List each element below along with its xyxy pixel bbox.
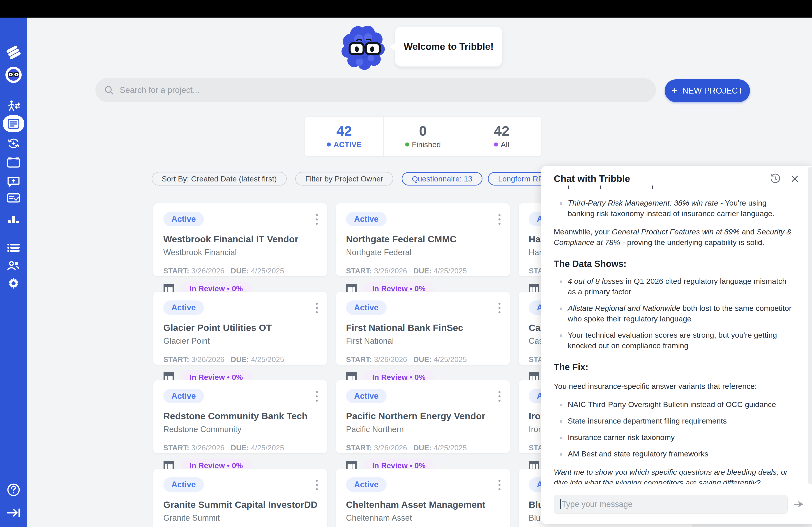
chat-bullet-item: Insurance carrier risk taxonomy	[554, 432, 792, 443]
stat-all-label: All	[501, 140, 509, 149]
stat-active-value: 42	[336, 124, 352, 138]
project-stats-card: 42 ACTIVE 0 Finished 42 All	[305, 116, 541, 156]
sidebar-item-ai-chat[interactable]	[0, 173, 27, 190]
stat-all-value: 42	[494, 124, 509, 138]
new-project-button[interactable]: + NEW PROJECT	[665, 79, 750, 102]
plus-icon: +	[672, 85, 678, 95]
project-card[interactable]: Active Pacific Northern Energy Vendor Pa…	[336, 380, 510, 453]
chat-message-input[interactable]: Type your message	[554, 495, 788, 514]
tribble-logo-icon[interactable]	[0, 44, 27, 61]
chat-bullet-list: Third-Party Risk Management: 38% win rat…	[554, 198, 792, 219]
project-subtitle: Cheltenham Asset	[346, 513, 500, 523]
sidebar-item-settings[interactable]	[0, 275, 27, 292]
sidebar-item-analytics[interactable]	[0, 211, 27, 228]
history-icon[interactable]	[770, 174, 780, 184]
chat-bullet-item: State insurance department filing requir…	[554, 416, 792, 426]
chat-bullet-item: Allstate Regional and Nationwide both lo…	[554, 303, 792, 324]
new-project-label: NEW PROJECT	[682, 86, 743, 95]
project-subtitle: Westbrook Financial	[163, 248, 317, 257]
tribble-mascot	[338, 24, 388, 72]
filter-owner-chip[interactable]: Filter by Project Owner	[295, 172, 393, 185]
project-dates: START: 3/26/2026DUE: 4/25/2025	[163, 355, 317, 364]
project-dates: START: 3/26/2026DUE: 4/25/2025	[346, 355, 500, 364]
sidebar-item-agent-handoff[interactable]	[0, 97, 27, 115]
project-title: Redstone Community Bank Tech	[163, 411, 317, 422]
sort-by-chip[interactable]: Sort By: Created Date (latest first)	[152, 172, 287, 185]
project-card[interactable]: Active Westbrook Financial IT Vendor Wes…	[154, 203, 327, 276]
sidebar-item-team[interactable]	[0, 257, 27, 274]
chat-paragraph: You need insurance-specific answer varia…	[554, 381, 792, 392]
kebab-menu-icon[interactable]	[316, 214, 318, 225]
sidebar-item-review-checklist[interactable]	[0, 189, 27, 207]
welcome-bubble: Welcome to Tribble!	[395, 27, 502, 66]
chat-panel: Chat with Tribble Third-Party Risk Manag…	[541, 166, 812, 524]
all-dot	[494, 142, 498, 147]
sidebar-item-sync[interactable]	[0, 135, 27, 152]
status-badge: Active	[163, 212, 204, 226]
project-subtitle: Redstone Community	[163, 425, 317, 434]
project-subtitle: Glacier Point	[163, 336, 317, 346]
kebab-menu-icon[interactable]	[498, 391, 501, 402]
kebab-menu-icon[interactable]	[316, 303, 318, 313]
project-card[interactable]: Active Cheltenham Asset Management Chelt…	[336, 469, 510, 527]
project-title: Glacier Point Utilities OT	[163, 322, 317, 333]
chat-title: Chat with Tribble	[554, 174, 770, 184]
chat-bullet-item: AM Best and state regulatory frameworks	[554, 449, 792, 459]
projects-icon	[8, 119, 19, 129]
project-card[interactable]: Active Glacier Point Utilities OT Glacie…	[154, 292, 327, 365]
chat-bullet-item: 4 out of 8 losses in Q1 2026 cited regul…	[554, 276, 792, 297]
send-icon	[794, 499, 804, 509]
status-badge: Active	[346, 389, 387, 403]
questionnaire-chip[interactable]: Questionnaire: 13	[402, 172, 482, 185]
search-icon	[104, 85, 114, 95]
status-badge: Active	[163, 300, 204, 315]
chat-section-heading: The Data Shows:	[554, 258, 792, 270]
clipped-text-fragment	[600, 185, 601, 189]
project-card[interactable]: Active Northgate Federal CMMC Northgate …	[336, 203, 510, 276]
chat-header: Chat with Tribble	[541, 166, 812, 184]
project-search[interactable]: Search for a project...	[96, 78, 656, 102]
status-badge: Active	[163, 478, 204, 492]
chat-bullet-item: NAIC Third-Party Oversight Bulletin inst…	[554, 399, 792, 410]
clipped-text-fragment	[652, 185, 653, 189]
close-icon[interactable]	[791, 174, 799, 183]
stat-active[interactable]: 42 ACTIVE	[305, 117, 383, 156]
project-card[interactable]: Active Granite Summit Capital InvestorDD…	[154, 469, 327, 527]
finished-dot	[405, 142, 409, 147]
project-subtitle: Granite Summit	[163, 513, 317, 523]
sidebar-item-projects[interactable]	[0, 115, 27, 133]
kebab-menu-icon[interactable]	[498, 303, 501, 313]
send-button[interactable]	[794, 499, 804, 509]
stat-all[interactable]: 42 All	[462, 117, 541, 156]
kebab-menu-icon[interactable]	[498, 480, 501, 490]
project-dates: START: 3/26/2026DUE: 4/25/2025	[346, 443, 500, 452]
search-placeholder: Search for a project...	[120, 86, 200, 95]
sidebar-item-calendar[interactable]	[0, 154, 27, 171]
project-card[interactable]: Active First National Bank FinSec First …	[336, 292, 510, 365]
help-icon[interactable]	[0, 481, 27, 498]
kebab-menu-icon[interactable]	[316, 480, 318, 490]
project-card[interactable]: Active Redstone Community Bank Tech Reds…	[154, 380, 327, 453]
logout-icon[interactable]	[0, 504, 27, 521]
kebab-menu-icon[interactable]	[498, 214, 501, 225]
kebab-menu-icon[interactable]	[316, 391, 318, 402]
project-title: Pacific Northern Energy Vendor	[346, 411, 500, 422]
project-title: First National Bank FinSec	[346, 322, 500, 333]
clipped-text-fragment	[568, 185, 569, 189]
stat-finished[interactable]: 0 Finished	[383, 117, 462, 156]
stat-active-label: ACTIVE	[334, 140, 362, 149]
project-subtitle: Northgate Federal	[346, 248, 500, 257]
stat-finished-value: 0	[419, 124, 427, 138]
stat-finished-label: Finished	[412, 140, 441, 149]
status-badge: Active	[346, 212, 387, 226]
project-title: Granite Summit Capital InvestorDD	[163, 499, 317, 510]
top-bar	[0, 0, 812, 18]
text-caret	[560, 499, 561, 509]
chat-input-placeholder: Type your message	[562, 499, 633, 509]
chat-input-row: Type your message	[541, 484, 812, 524]
tribble-avatar-icon[interactable]	[0, 66, 27, 84]
project-title: Cheltenham Asset Management	[346, 499, 500, 510]
sidebar: TK	[0, 18, 27, 527]
project-title: Northgate Federal CMMC	[346, 234, 500, 244]
sidebar-item-content-library[interactable]	[0, 239, 27, 256]
